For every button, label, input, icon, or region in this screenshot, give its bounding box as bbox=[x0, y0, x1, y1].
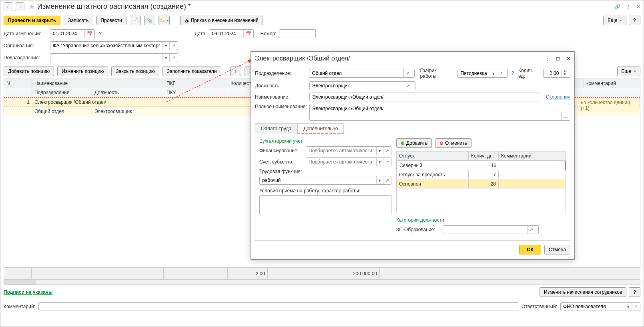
date-changes-input[interactable] bbox=[50, 30, 84, 37]
folder-button[interactable]: 🗂▾ bbox=[158, 16, 170, 25]
horizontal-scrollbar[interactable] bbox=[4, 279, 640, 285]
help-icon[interactable]: ? bbox=[512, 71, 514, 76]
spinner-icon[interactable]: ▲▼ bbox=[561, 69, 568, 77]
dropdown-icon[interactable]: ▾ bbox=[376, 158, 383, 166]
org-input[interactable] bbox=[50, 42, 163, 49]
ok-button[interactable]: ОК bbox=[519, 245, 541, 254]
save-button[interactable]: Записать bbox=[64, 16, 93, 25]
col-name: Наименование bbox=[32, 79, 164, 88]
totals-row: 2,00 200 000,00 bbox=[4, 268, 640, 279]
open-icon[interactable]: ↗ bbox=[527, 226, 535, 234]
favorite-star-icon[interactable]: ★ bbox=[28, 2, 35, 11]
maximize-icon[interactable]: ◻ bbox=[556, 56, 560, 61]
date-input[interactable] bbox=[209, 30, 243, 37]
dropdown-icon[interactable]: ▾ bbox=[490, 69, 497, 77]
vac-cancel-button[interactable]: ⊖ Отменить bbox=[435, 138, 471, 148]
labor-func-input[interactable] bbox=[260, 177, 376, 184]
close-window-icon[interactable]: ✕ bbox=[636, 4, 640, 10]
add-position-button[interactable]: Добавить позицию bbox=[4, 67, 54, 76]
more-grid-button[interactable]: Еще ▾ bbox=[617, 67, 640, 76]
m-subdiv-label: Подразделение: bbox=[255, 71, 307, 76]
help-button[interactable]: ? bbox=[629, 16, 640, 25]
vac-h2: Колич. дн. bbox=[469, 151, 499, 160]
tab-extra[interactable]: Дополнительно bbox=[297, 123, 344, 134]
table-row[interactable]: Северный 16 bbox=[397, 161, 566, 170]
m-fullname-input[interactable] bbox=[310, 104, 561, 112]
post-button[interactable]: Провести bbox=[96, 16, 126, 25]
number-input[interactable] bbox=[279, 30, 315, 37]
signatures-link[interactable]: Подписи не указаны bbox=[4, 289, 52, 295]
subdiv-input[interactable] bbox=[50, 54, 163, 61]
cell-position[interactable]: Электросварщик bbox=[92, 107, 164, 116]
calendar-icon[interactable]: 📅 bbox=[84, 30, 94, 38]
pos-categories-title: Категории должности bbox=[396, 217, 566, 223]
nav-forward-button[interactable]: → bbox=[15, 2, 24, 11]
move-up-button[interactable]: ↑ bbox=[230, 67, 241, 76]
calendar-icon[interactable]: 📅 bbox=[243, 30, 253, 38]
open-icon[interactable]: ↗ bbox=[632, 303, 640, 311]
link-icon[interactable]: 🔗 bbox=[614, 4, 620, 10]
dropdown-icon[interactable]: ▾ bbox=[625, 303, 632, 311]
vac-h3: Комментарий bbox=[499, 151, 566, 160]
cancel-button[interactable]: Отмена bbox=[544, 245, 570, 254]
subdiv-label: Подразделение: bbox=[4, 55, 48, 61]
print-order-button[interactable]: 🖨 Приказ о внесении изменений bbox=[180, 16, 263, 25]
m-name-input[interactable] bbox=[310, 93, 540, 101]
open-icon[interactable]: ↗ bbox=[169, 42, 177, 50]
dropdown-icon[interactable]: ▾ bbox=[376, 147, 383, 155]
tab-pay[interactable]: Оплата труда bbox=[255, 123, 297, 134]
ellipsis-icon[interactable]: … bbox=[561, 112, 570, 120]
table-row[interactable]: Отпуск за вредность 7 bbox=[397, 170, 566, 180]
sub-pku: ПКУ bbox=[164, 88, 228, 97]
finance-label: Финансирование: bbox=[259, 148, 303, 153]
vac-add-button[interactable]: ⊕ Добавить bbox=[396, 138, 432, 148]
org-input-wrap[interactable]: ▾ ↗ bbox=[50, 41, 178, 50]
cell-subdiv[interactable]: Общий отдел bbox=[32, 107, 92, 116]
open-icon[interactable]: ↗ bbox=[169, 54, 177, 62]
comment-input[interactable] bbox=[39, 303, 518, 310]
help-icon[interactable]: ? bbox=[99, 31, 102, 36]
table-row[interactable]: Основной 28 bbox=[397, 180, 566, 189]
date-changes-label: Дата изменений: bbox=[4, 31, 48, 36]
finance-input[interactable] bbox=[306, 147, 376, 154]
change-accruals-button[interactable]: Изменить начисления сотрудников bbox=[540, 287, 626, 297]
responsible-label: Ответственный: bbox=[522, 304, 557, 309]
attach-button[interactable]: 📎 bbox=[144, 16, 155, 25]
col-n: N bbox=[4, 79, 32, 88]
date-input-wrap[interactable]: 📅 bbox=[209, 29, 254, 38]
open-icon[interactable]: ↗ bbox=[383, 176, 391, 184]
print-order-label: Приказ о внесении изменений bbox=[191, 18, 259, 23]
more-button[interactable]: Еще ▾ bbox=[603, 16, 626, 25]
account-input[interactable] bbox=[306, 158, 376, 166]
responsible-input[interactable] bbox=[561, 303, 625, 310]
open-icon[interactable]: ↗ bbox=[383, 158, 391, 166]
open-icon[interactable]: ↗ bbox=[497, 69, 505, 77]
open-icon[interactable]: ↗ bbox=[404, 82, 412, 90]
m-position-input[interactable] bbox=[310, 82, 404, 89]
kebab-menu-icon[interactable]: ⋮ bbox=[626, 4, 631, 10]
open-icon[interactable]: ↗ bbox=[403, 69, 411, 77]
fill-indicators-button[interactable]: Заполнить показатели bbox=[163, 67, 221, 76]
edit-position-button[interactable]: Изменить позицию bbox=[57, 67, 108, 76]
kebab-icon[interactable]: ⋮ bbox=[545, 56, 550, 61]
conditions-textarea[interactable] bbox=[259, 195, 391, 215]
subdiv-input-wrap[interactable]: ▾ ↗ bbox=[50, 53, 178, 62]
zp-edu-input[interactable] bbox=[443, 226, 527, 233]
based-on-button[interactable]: 📄 bbox=[130, 16, 141, 25]
date-changes-input-wrap[interactable]: 📅 bbox=[50, 29, 95, 38]
dropdown-icon[interactable]: ▾ bbox=[376, 176, 383, 184]
open-icon[interactable]: ↗ bbox=[383, 147, 391, 155]
help-button-bottom[interactable]: ? bbox=[629, 287, 640, 297]
m-schedule-input[interactable] bbox=[458, 70, 490, 77]
declension-link[interactable]: Склонения bbox=[546, 94, 570, 100]
vacation-table[interactable]: Отпуск Колич. дн. Комментарий Северный 1… bbox=[396, 151, 566, 213]
dropdown-icon[interactable]: ▾ bbox=[163, 42, 169, 50]
nav-back-button[interactable]: ← bbox=[4, 2, 13, 11]
close-icon[interactable]: ✕ bbox=[566, 56, 570, 61]
modal-title: Электросварщик /Общий отдел/ bbox=[255, 55, 545, 62]
m-subdiv-input[interactable] bbox=[309, 70, 403, 77]
close-position-button[interactable]: Закрыть позицию bbox=[111, 67, 159, 76]
m-qty-input[interactable] bbox=[544, 70, 561, 77]
post-and-close-button[interactable]: Провести и закрыть bbox=[4, 16, 60, 25]
dropdown-icon[interactable]: ▾ bbox=[163, 54, 169, 62]
